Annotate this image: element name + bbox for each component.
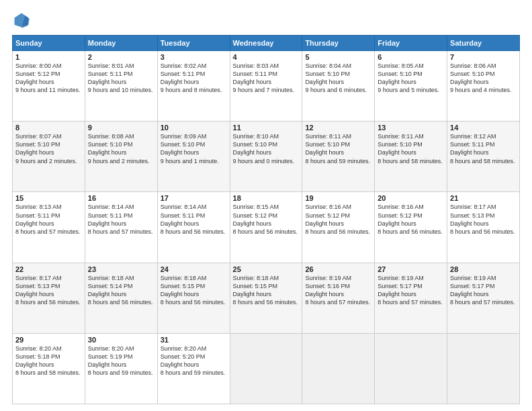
day-info: Sunrise: 8:10 AMSunset: 5:10 PMDaylight … xyxy=(233,132,300,165)
day-info: Sunrise: 8:14 AMSunset: 5:11 PMDaylight … xyxy=(161,203,227,236)
day-number: 28 xyxy=(450,265,517,273)
calendar-cell: 13Sunrise: 8:11 AMSunset: 5:10 PMDayligh… xyxy=(375,122,447,192)
calendar-cell xyxy=(230,333,302,404)
day-info: Sunrise: 8:11 AMSunset: 5:10 PMDaylight … xyxy=(305,132,371,165)
day-number: 3 xyxy=(161,53,227,61)
day-number: 23 xyxy=(88,265,154,273)
calendar-week-row: 22Sunrise: 8:17 AMSunset: 5:13 PMDayligh… xyxy=(13,263,520,333)
day-info: Sunrise: 8:17 AMSunset: 5:13 PMDaylight … xyxy=(15,274,82,307)
day-info: Sunrise: 8:19 AMSunset: 5:17 PMDaylight … xyxy=(450,274,517,307)
calendar-cell: 17Sunrise: 8:14 AMSunset: 5:11 PMDayligh… xyxy=(157,192,230,263)
day-number: 30 xyxy=(88,336,154,344)
day-info: Sunrise: 8:16 AMSunset: 5:12 PMDaylight … xyxy=(378,203,444,236)
day-number: 29 xyxy=(15,336,82,344)
day-number: 11 xyxy=(233,124,300,132)
day-info: Sunrise: 8:12 AMSunset: 5:11 PMDaylight … xyxy=(450,132,517,165)
calendar-cell xyxy=(302,333,375,404)
day-info: Sunrise: 8:02 AMSunset: 5:11 PMDaylight … xyxy=(161,62,227,95)
day-info: Sunrise: 8:15 AMSunset: 5:12 PMDaylight … xyxy=(233,203,300,236)
day-number: 8 xyxy=(15,124,82,132)
day-info: Sunrise: 8:20 AMSunset: 5:19 PMDaylight … xyxy=(88,345,154,377)
calendar-cell: 12Sunrise: 8:11 AMSunset: 5:10 PMDayligh… xyxy=(302,122,375,192)
calendar-header-friday: Friday xyxy=(375,36,447,51)
day-info: Sunrise: 8:01 AMSunset: 5:11 PMDaylight … xyxy=(88,62,154,95)
calendar-cell: 22Sunrise: 8:17 AMSunset: 5:13 PMDayligh… xyxy=(13,263,85,333)
calendar-cell: 24Sunrise: 8:18 AMSunset: 5:15 PMDayligh… xyxy=(157,263,230,333)
calendar-cell: 15Sunrise: 8:13 AMSunset: 5:11 PMDayligh… xyxy=(13,192,85,263)
day-number: 27 xyxy=(378,265,444,273)
calendar-cell: 1Sunrise: 8:00 AMSunset: 5:12 PMDaylight… xyxy=(13,51,85,122)
day-info: Sunrise: 8:05 AMSunset: 5:10 PMDaylight … xyxy=(378,62,444,95)
day-number: 16 xyxy=(88,194,154,202)
calendar-cell: 7Sunrise: 8:06 AMSunset: 5:10 PMDaylight… xyxy=(447,51,520,122)
day-number: 20 xyxy=(378,194,444,202)
calendar-cell: 9Sunrise: 8:08 AMSunset: 5:10 PMDaylight… xyxy=(85,122,157,192)
day-number: 7 xyxy=(450,53,517,61)
day-info: Sunrise: 8:20 AMSunset: 5:20 PMDaylight … xyxy=(161,345,227,377)
calendar-cell: 18Sunrise: 8:15 AMSunset: 5:12 PMDayligh… xyxy=(230,192,302,263)
day-info: Sunrise: 8:16 AMSunset: 5:12 PMDaylight … xyxy=(305,203,371,236)
calendar-cell: 19Sunrise: 8:16 AMSunset: 5:12 PMDayligh… xyxy=(302,192,375,263)
calendar-cell: 8Sunrise: 8:07 AMSunset: 5:10 PMDaylight… xyxy=(13,122,85,192)
calendar-cell xyxy=(447,333,520,404)
calendar-cell: 11Sunrise: 8:10 AMSunset: 5:10 PMDayligh… xyxy=(230,122,302,192)
calendar-cell: 10Sunrise: 8:09 AMSunset: 5:10 PMDayligh… xyxy=(157,122,230,192)
calendar-cell: 31Sunrise: 8:20 AMSunset: 5:20 PMDayligh… xyxy=(157,333,230,404)
day-number: 2 xyxy=(88,53,154,61)
calendar-cell: 25Sunrise: 8:18 AMSunset: 5:15 PMDayligh… xyxy=(230,263,302,333)
calendar-week-row: 15Sunrise: 8:13 AMSunset: 5:11 PMDayligh… xyxy=(13,192,520,263)
day-info: Sunrise: 8:18 AMSunset: 5:14 PMDaylight … xyxy=(88,274,154,307)
calendar-cell: 14Sunrise: 8:12 AMSunset: 5:11 PMDayligh… xyxy=(447,122,520,192)
day-number: 4 xyxy=(233,53,300,61)
day-info: Sunrise: 8:04 AMSunset: 5:10 PMDaylight … xyxy=(305,62,371,95)
calendar-cell: 23Sunrise: 8:18 AMSunset: 5:14 PMDayligh… xyxy=(85,263,157,333)
calendar-header-row: SundayMondayTuesdayWednesdayThursdayFrid… xyxy=(13,36,520,51)
calendar-week-row: 8Sunrise: 8:07 AMSunset: 5:10 PMDaylight… xyxy=(13,122,520,192)
calendar-cell xyxy=(375,333,447,404)
day-number: 18 xyxy=(233,194,300,202)
day-info: Sunrise: 8:09 AMSunset: 5:10 PMDaylight … xyxy=(161,132,227,165)
day-number: 19 xyxy=(305,194,371,202)
day-info: Sunrise: 8:17 AMSunset: 5:13 PMDaylight … xyxy=(450,203,517,236)
calendar-week-row: 1Sunrise: 8:00 AMSunset: 5:12 PMDaylight… xyxy=(13,51,520,122)
day-info: Sunrise: 8:18 AMSunset: 5:15 PMDaylight … xyxy=(161,274,227,307)
calendar-cell: 21Sunrise: 8:17 AMSunset: 5:13 PMDayligh… xyxy=(447,192,520,263)
day-info: Sunrise: 8:19 AMSunset: 5:17 PMDaylight … xyxy=(378,274,444,307)
calendar-cell: 20Sunrise: 8:16 AMSunset: 5:12 PMDayligh… xyxy=(375,192,447,263)
day-number: 31 xyxy=(161,336,227,344)
day-info: Sunrise: 8:11 AMSunset: 5:10 PMDaylight … xyxy=(378,132,444,165)
day-number: 22 xyxy=(15,265,82,273)
day-number: 5 xyxy=(305,53,371,61)
calendar-header-wednesday: Wednesday xyxy=(230,36,302,51)
day-number: 15 xyxy=(15,194,82,202)
calendar-cell: 2Sunrise: 8:01 AMSunset: 5:11 PMDaylight… xyxy=(85,51,157,122)
calendar-cell: 4Sunrise: 8:03 AMSunset: 5:11 PMDaylight… xyxy=(230,51,302,122)
day-info: Sunrise: 8:19 AMSunset: 5:16 PMDaylight … xyxy=(305,274,371,307)
day-info: Sunrise: 8:00 AMSunset: 5:12 PMDaylight … xyxy=(15,62,82,95)
day-number: 21 xyxy=(450,194,517,202)
calendar-cell: 5Sunrise: 8:04 AMSunset: 5:10 PMDaylight… xyxy=(302,51,375,122)
calendar-cell: 27Sunrise: 8:19 AMSunset: 5:17 PMDayligh… xyxy=(375,263,447,333)
calendar-header-monday: Monday xyxy=(85,36,157,51)
day-number: 25 xyxy=(233,265,300,273)
day-number: 9 xyxy=(88,124,154,132)
day-info: Sunrise: 8:20 AMSunset: 5:18 PMDaylight … xyxy=(15,345,82,377)
day-info: Sunrise: 8:13 AMSunset: 5:11 PMDaylight … xyxy=(15,203,82,236)
calendar-cell: 16Sunrise: 8:14 AMSunset: 5:11 PMDayligh… xyxy=(85,192,157,263)
page: SundayMondayTuesdayWednesdayThursdayFrid… xyxy=(0,0,532,411)
day-number: 12 xyxy=(305,124,371,132)
calendar-cell: 3Sunrise: 8:02 AMSunset: 5:11 PMDaylight… xyxy=(157,51,230,122)
header xyxy=(12,11,520,30)
calendar-header-thursday: Thursday xyxy=(302,36,375,51)
day-number: 24 xyxy=(161,265,227,273)
day-number: 13 xyxy=(378,124,444,132)
calendar-table: SundayMondayTuesdayWednesdayThursdayFrid… xyxy=(12,35,520,404)
day-number: 17 xyxy=(161,194,227,202)
day-info: Sunrise: 8:06 AMSunset: 5:10 PMDaylight … xyxy=(450,62,517,95)
calendar-cell: 6Sunrise: 8:05 AMSunset: 5:10 PMDaylight… xyxy=(375,51,447,122)
day-info: Sunrise: 8:18 AMSunset: 5:15 PMDaylight … xyxy=(233,274,300,307)
day-number: 1 xyxy=(15,53,82,61)
logo xyxy=(12,11,34,30)
day-number: 26 xyxy=(305,265,371,273)
day-number: 14 xyxy=(450,124,517,132)
